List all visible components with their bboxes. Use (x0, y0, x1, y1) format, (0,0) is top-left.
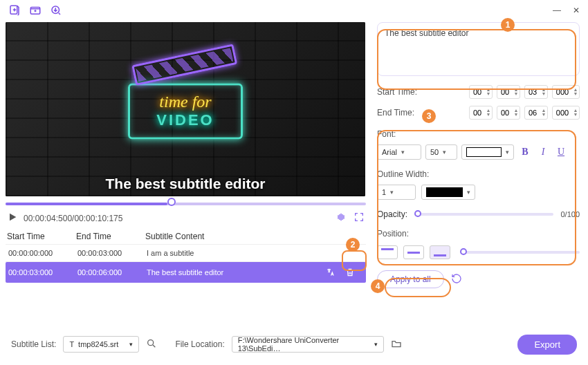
end-ms[interactable]: ▲▼ (552, 106, 580, 120)
file-location-select[interactable]: F:\Wondershare UniConverter 13\SubEdi…▾ (232, 336, 384, 353)
start-mm[interactable]: ▲▼ (497, 85, 520, 99)
position-middle-button[interactable] (403, 245, 424, 259)
add-file-icon[interactable] (7, 3, 22, 18)
search-icon[interactable] (146, 338, 157, 351)
outline-label: Outline Width: (377, 169, 580, 179)
timeline-slider[interactable] (6, 200, 366, 207)
video-content: time for VIDEO (128, 58, 243, 139)
subtitle-text-input[interactable] (377, 22, 580, 76)
bold-button[interactable]: B (518, 145, 532, 159)
position-label: Position: (377, 229, 580, 238)
minimize-button[interactable]: — (549, 3, 564, 18)
start-time-label: Start Time: (377, 87, 427, 97)
download-subtitle-icon[interactable] (48, 3, 64, 18)
end-time-label: End Time: (377, 108, 427, 118)
folder-icon[interactable] (391, 338, 402, 351)
playback-time: 00:00:04:500/00:00:10:175 (24, 214, 122, 223)
start-ss[interactable]: ▲▼ (524, 85, 548, 99)
position-slider[interactable] (460, 251, 580, 254)
position-top-button[interactable] (377, 245, 398, 259)
start-ms[interactable]: ▲▼ (552, 85, 580, 99)
table-row[interactable]: 00:00:00:000 00:00:03:000 I am a subtitl… (6, 245, 366, 262)
subtitle-overlay: The best subtitle editor (6, 176, 365, 192)
delete-icon[interactable] (344, 266, 356, 279)
waveform-icon[interactable] (336, 212, 347, 225)
end-ss[interactable]: ▲▼ (524, 106, 548, 120)
footer: Subtitle List: T tmp8245.srt▾ File Locat… (0, 324, 588, 365)
opacity-value: 0/100 (560, 210, 580, 218)
opacity-label: Opacity: (377, 209, 407, 219)
table-row[interactable]: 00:00:03:000 00:00:06:000 The best subti… (6, 262, 366, 283)
svg-point-3 (148, 339, 154, 345)
position-bottom-button[interactable] (430, 245, 450, 259)
fullscreen-icon[interactable] (353, 212, 365, 225)
close-button[interactable]: ✕ (569, 3, 584, 18)
font-family-select[interactable]: Arial▾ (377, 144, 421, 160)
subtitle-file-icon: T (69, 340, 74, 348)
play-button[interactable] (7, 212, 18, 225)
export-button[interactable]: Export (517, 335, 577, 355)
italic-button[interactable]: I (536, 145, 550, 159)
outline-color-select[interactable]: ▾ (421, 185, 475, 200)
file-location-label: File Location: (175, 339, 224, 349)
subtitle-list-label: Subtitle List: (11, 339, 56, 349)
video-preview[interactable]: time for VIDEO The best subtitle editor (6, 22, 365, 196)
end-mm[interactable]: ▲▼ (497, 106, 520, 120)
translate-icon[interactable] (324, 266, 337, 279)
apply-to-all-button[interactable]: Apply to all (377, 270, 444, 288)
col-content: Subtitle Content (145, 232, 365, 241)
font-size-select[interactable]: 50▾ (425, 144, 457, 160)
end-hh[interactable]: ▲▼ (469, 106, 493, 120)
subtitle-list-select[interactable]: T tmp8245.srt▾ (63, 336, 139, 353)
subtitle-table-header: Start Time End Time Subtitle Content (6, 229, 366, 245)
underline-button[interactable]: U (554, 145, 568, 159)
font-color-select[interactable]: ▾ (461, 144, 514, 160)
start-time-group: ▲▼ ▲▼ ▲▼ ▲▼ (469, 85, 580, 99)
start-hh[interactable]: ▲▼ (469, 85, 493, 99)
end-time-group: ▲▼ ▲▼ ▲▼ ▲▼ (469, 106, 580, 120)
outline-width-select[interactable]: 1▾ (377, 185, 416, 200)
font-label: Font: (377, 129, 580, 139)
neon-text-2: VIDEO (140, 111, 231, 129)
neon-text-1: time for (140, 92, 231, 111)
col-start: Start Time (7, 232, 66, 241)
title-bar: — ✕ (0, 0, 588, 21)
opacity-slider[interactable] (414, 213, 553, 216)
reset-icon[interactable] (451, 273, 462, 286)
col-end: End Time (76, 232, 136, 241)
add-folder-icon[interactable] (28, 3, 43, 18)
